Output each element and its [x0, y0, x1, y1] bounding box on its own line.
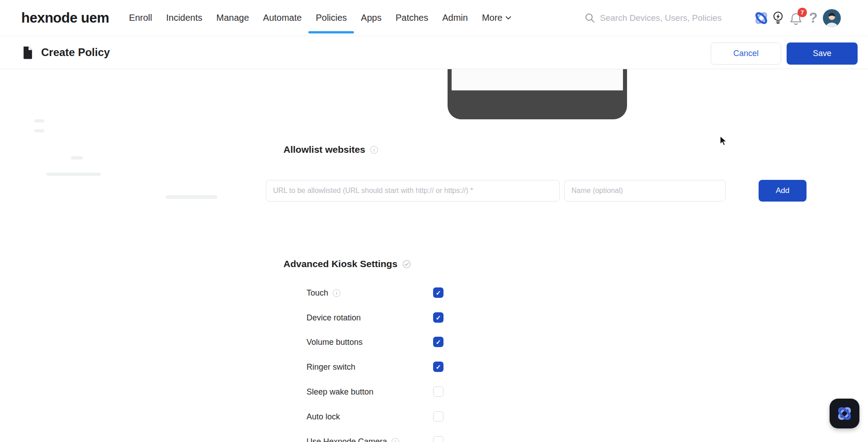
main-menu: Enroll Incidents Manage Automate Policie…: [129, 11, 511, 25]
kiosk-row-use-hexnode-camera: Use Hexnode Camera i: [307, 436, 456, 442]
nav-item-enroll[interactable]: Enroll: [129, 11, 152, 25]
hexnode-gather-icon[interactable]: [752, 9, 770, 27]
check-circle-icon: [402, 260, 411, 268]
kiosk-row-device-rotation: Device rotation: [307, 312, 456, 323]
document-icon: [22, 46, 33, 59]
ghost-artifact: [34, 129, 44, 132]
help-icon[interactable]: ?: [807, 10, 819, 26]
kiosk-checkbox-touch[interactable]: [433, 287, 443, 298]
info-icon[interactable]: i: [333, 289, 340, 297]
nav-item-more[interactable]: More: [482, 11, 512, 25]
kiosk-row-touch: Touch i: [307, 287, 456, 298]
save-button[interactable]: Save: [787, 42, 858, 65]
search-icon: [584, 12, 595, 24]
hexnode-gather-icon: [835, 404, 854, 423]
global-search: [584, 12, 722, 24]
nav-item-admin[interactable]: Admin: [442, 11, 468, 25]
policy-content-area: Allowlist websites i Add Advanced Kiosk …: [0, 69, 868, 442]
kiosk-option-label: Device rotation: [307, 313, 361, 323]
kiosk-option-label: Use Hexnode Camera: [307, 437, 387, 442]
kiosk-checkbox-ringer-switch[interactable]: [433, 362, 443, 372]
nav-item-more-label: More: [482, 13, 503, 23]
kiosk-row-auto-lock: Auto lock: [307, 411, 456, 422]
nav-item-patches[interactable]: Patches: [396, 11, 428, 25]
search-input[interactable]: [600, 13, 722, 23]
allowlist-name-input[interactable]: [564, 180, 726, 202]
nav-item-automate[interactable]: Automate: [263, 11, 302, 25]
chevron-down-icon: [505, 16, 511, 20]
kiosk-option-label: Ringer switch: [307, 362, 355, 372]
kiosk-checkbox-volume-buttons[interactable]: [433, 337, 443, 347]
kiosk-checkbox-device-rotation[interactable]: [433, 312, 443, 323]
allowlist-websites-section: Allowlist websites i: [283, 144, 378, 155]
device-preview-frame: [448, 69, 627, 119]
cancel-button[interactable]: Cancel: [711, 42, 781, 65]
hexnode-uem-logo[interactable]: hexnode uem: [21, 10, 109, 26]
kiosk-option-label: Sleep wake button: [307, 387, 373, 397]
nav-item-policies[interactable]: Policies: [316, 11, 347, 25]
kiosk-option-label: Touch: [307, 288, 328, 298]
add-button[interactable]: Add: [759, 180, 807, 202]
ghost-artifact: [166, 195, 217, 199]
kiosk-row-sleep-wake-button: Sleep wake button: [307, 386, 456, 397]
advanced-kiosk-settings-title: Advanced Kiosk Settings: [283, 259, 397, 269]
page-title: Create Policy: [41, 46, 110, 59]
kiosk-row-ringer-switch: Ringer switch: [307, 362, 456, 372]
advanced-kiosk-settings-section: Advanced Kiosk Settings: [283, 259, 411, 269]
notification-count-badge: 7: [797, 8, 807, 17]
user-avatar[interactable]: [823, 9, 841, 27]
nav-item-apps[interactable]: Apps: [361, 11, 382, 25]
allowlist-url-input[interactable]: [266, 180, 560, 202]
kiosk-checkbox-use-hexnode-camera[interactable]: [433, 436, 443, 442]
kiosk-checkbox-sleep-wake-button[interactable]: [433, 386, 443, 397]
kiosk-checkbox-auto-lock[interactable]: [433, 411, 443, 422]
device-preview-screen: [452, 69, 623, 90]
whats-new-bulb-icon[interactable]: [770, 10, 786, 26]
nav-item-manage[interactable]: Manage: [217, 11, 249, 25]
kiosk-option-label: Volume buttons: [307, 338, 363, 347]
create-policy-header: Create Policy Cancel Save: [0, 36, 868, 69]
kiosk-row-volume-buttons: Volume buttons: [307, 337, 456, 348]
ghost-artifact: [71, 156, 83, 160]
hexnode-uem-app: hexnode uem Enroll Incidents Manage Auto…: [0, 0, 868, 442]
allowlist-websites-title: Allowlist websites: [283, 144, 365, 155]
nav-item-incidents[interactable]: Incidents: [166, 11, 202, 25]
hexnode-chat-widget[interactable]: [830, 399, 859, 428]
top-navigation-bar: hexnode uem Enroll Incidents Manage Auto…: [0, 0, 868, 36]
ghost-artifact: [47, 173, 101, 176]
info-icon[interactable]: i: [370, 146, 378, 154]
kiosk-option-label: Auto lock: [307, 412, 340, 422]
ghost-artifact: [34, 119, 44, 122]
info-icon[interactable]: i: [392, 438, 399, 442]
